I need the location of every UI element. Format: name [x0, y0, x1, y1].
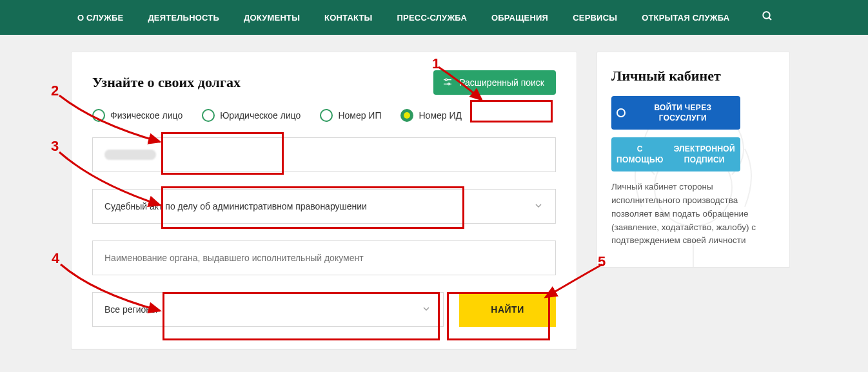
sliders-icon: [442, 77, 453, 89]
radio-label: Номер ИП: [338, 110, 381, 121]
top-nav: О СЛУЖБЕ ДЕЯТЕЛЬНОСТЬ ДОКУМЕНТЫ КОНТАКТЫ…: [0, 0, 868, 35]
chevron-down-icon: [421, 304, 431, 316]
id-number-field[interactable]: [92, 137, 556, 172]
radio-icon: [92, 109, 105, 122]
radio-icon: [320, 109, 333, 122]
region-select[interactable]: Все регионы: [92, 292, 444, 327]
svg-point-4: [446, 79, 448, 81]
search-title: Узнайте о своих долгах: [92, 74, 241, 91]
doc-type-select[interactable]: Судебный акт по делу об административном…: [92, 189, 556, 224]
issuer-input[interactable]: [104, 253, 544, 263]
nav-item-press[interactable]: ПРЕСС-СЛУЖБА: [397, 13, 467, 23]
login-gosuslugi-label: ВОЙТИ ЧЕРЕЗ ГОСУСЛУГИ: [631, 103, 735, 123]
login-gosuslugi-button[interactable]: ВОЙТИ ЧЕРЕЗ ГОСУСЛУГИ: [611, 96, 740, 130]
radio-icon: [400, 109, 413, 122]
nav-item-services[interactable]: СЕРВИСЫ: [573, 13, 617, 23]
doc-type-value: Судебный акт по делу об административном…: [104, 201, 367, 211]
radio-ip-number[interactable]: Номер ИП: [320, 109, 381, 122]
nav-item-activity[interactable]: ДЕЯТЕЛЬНОСТЬ: [148, 13, 219, 23]
search-icon[interactable]: [762, 10, 773, 24]
radio-label: Юридическое лицо: [220, 110, 301, 121]
login-esign-label-2: ЭЛЕКТРОННОЙ ПОДПИСИ: [674, 144, 735, 164]
radio-id-number[interactable]: Номер ИД: [400, 109, 462, 122]
circle-icon: [616, 108, 626, 117]
sidebar-title: Личный кабинет: [611, 68, 775, 84]
advanced-search-label: Расширенный поиск: [459, 77, 544, 88]
svg-point-5: [448, 83, 450, 84]
search-type-radios: Физическое лицо Юридическое лицо Номер И…: [92, 109, 556, 122]
personal-account-card: Личный кабинет ВОЙТИ ЧЕРЕЗ ГОСУСЛУГИ С П…: [597, 52, 790, 268]
radio-individual[interactable]: Физическое лицо: [92, 109, 182, 122]
issuer-field[interactable]: [92, 240, 556, 275]
svg-point-0: [764, 12, 771, 19]
sidebar-description: Личный кабинет стороны исполнительного п…: [611, 181, 775, 248]
radio-icon: [202, 109, 215, 122]
region-value: Все регионы: [104, 304, 157, 315]
nav-item-contacts[interactable]: КОНТАКТЫ: [324, 13, 372, 23]
radio-legal[interactable]: Юридическое лицо: [202, 109, 301, 122]
radio-label: Физическое лицо: [110, 110, 182, 121]
nav-item-documents[interactable]: ДОКУМЕНТЫ: [244, 13, 300, 23]
nav-item-open[interactable]: ОТКРЫТАЯ СЛУЖБА: [642, 13, 729, 23]
debt-search-card: Узнайте о своих долгах Расширенный поиск…: [71, 52, 577, 349]
nav-item-appeals[interactable]: ОБРАЩЕНИЯ: [491, 13, 548, 23]
radio-label: Номер ИД: [419, 110, 462, 121]
login-esign-label-1: С ПОМОЩЬЮ: [616, 144, 664, 164]
chevron-down-icon: [533, 201, 544, 213]
nav-item-about[interactable]: О СЛУЖБЕ: [77, 13, 123, 23]
advanced-search-button[interactable]: Расширенный поиск: [433, 70, 556, 95]
svg-line-1: [769, 17, 772, 20]
login-esign-button[interactable]: С ПОМОЩЬЮ ЭЛЕКТРОННОЙ ПОДПИСИ: [611, 137, 740, 171]
find-button[interactable]: НАЙТИ: [459, 292, 556, 327]
